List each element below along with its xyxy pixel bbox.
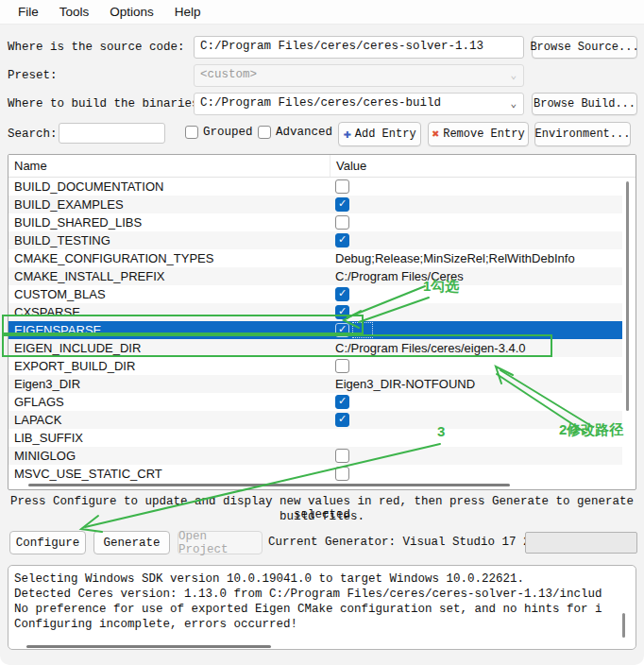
row-value[interactable] bbox=[330, 322, 622, 338]
table-row[interactable]: MSVC_USE_STATIC_CRT bbox=[8, 465, 622, 483]
table-row[interactable]: Eigen3_DIREigen3_DIR-NOTFOUND bbox=[8, 375, 622, 393]
value-checkbox[interactable] bbox=[335, 305, 349, 319]
row-value[interactable] bbox=[330, 197, 622, 212]
menu-bar: File Tools Options Help bbox=[0, 0, 644, 25]
row-value[interactable] bbox=[330, 395, 622, 409]
output-log[interactable]: Selecting Windows SDK version 10.0.19041… bbox=[8, 565, 636, 650]
column-header-name[interactable]: Name bbox=[8, 159, 330, 173]
log-line: Selecting Windows SDK version 10.0.19041… bbox=[8, 571, 636, 587]
row-value[interactable] bbox=[330, 359, 622, 373]
value-checkbox[interactable] bbox=[335, 449, 349, 463]
preset-combobox[interactable]: <custom> ⌄ bbox=[194, 64, 524, 87]
row-name: BUILD_DOCUMENTATION bbox=[8, 179, 330, 194]
table-row[interactable]: BUILD_EXAMPLES bbox=[8, 196, 622, 213]
value-checkbox[interactable] bbox=[335, 233, 349, 247]
table-row[interactable]: MINIGLOG bbox=[8, 447, 622, 465]
log-horizontal-scrollbar[interactable] bbox=[26, 645, 271, 648]
menu-file[interactable]: File bbox=[9, 3, 47, 21]
menu-tools[interactable]: Tools bbox=[51, 3, 98, 21]
browse-build-button[interactable]: Browse Build... bbox=[532, 93, 637, 115]
table-row[interactable]: CMAKE_CONFIGURATION_TYPESDebug;Release;M… bbox=[8, 249, 622, 267]
table-vertical-scrollbar[interactable] bbox=[626, 181, 629, 411]
row-name: CMAKE_CONFIGURATION_TYPES bbox=[8, 251, 330, 265]
log-line: Configuring incomplete, errors occurred! bbox=[8, 617, 636, 632]
table-row[interactable]: GFLAGS bbox=[8, 393, 622, 411]
plus-icon: ✚ bbox=[343, 128, 350, 141]
cmake-gui-window: File Tools Options Help Where is the sou… bbox=[0, 0, 644, 665]
value-checkbox[interactable] bbox=[335, 287, 349, 301]
value-text: Debug;Release;MinSizeRel;RelWithDebInfo bbox=[331, 251, 575, 265]
column-header-value[interactable]: Value bbox=[330, 155, 636, 177]
row-value[interactable]: Eigen3_DIR-NOTFOUND bbox=[330, 377, 622, 391]
log-vertical-scrollbar[interactable] bbox=[622, 613, 625, 638]
menu-options[interactable]: Options bbox=[101, 3, 162, 21]
table-body: BUILD_DOCUMENTATIONBUILD_EXAMPLESBUILD_S… bbox=[8, 178, 636, 483]
row-value[interactable] bbox=[330, 305, 622, 319]
row-name: BUILD_EXAMPLES bbox=[8, 197, 330, 212]
grouped-checkbox[interactable]: Grouped bbox=[185, 126, 253, 139]
chevron-down-icon: ⌄ bbox=[510, 69, 517, 81]
advanced-checkbox[interactable]: Advanced bbox=[258, 126, 332, 139]
row-value[interactable]: Debug;Release;MinSizeRel;RelWithDebInfo bbox=[330, 251, 622, 265]
build-path-combobox[interactable]: C:/Program Files/ceres/ceres-build ⌄ bbox=[194, 93, 524, 115]
row-value[interactable] bbox=[330, 179, 622, 194]
x-icon: ✖ bbox=[432, 128, 439, 141]
row-name: CMAKE_INSTALL_PREFIX bbox=[8, 269, 330, 283]
row-name: EIGEN_INCLUDE_DIR bbox=[8, 341, 330, 355]
row-value[interactable] bbox=[330, 215, 622, 230]
row-value[interactable] bbox=[330, 233, 622, 247]
row-name: LIB_SUFFIX bbox=[8, 431, 330, 445]
table-row[interactable]: CUSTOM_BLAS bbox=[8, 285, 622, 303]
annotation-step3: 3 bbox=[437, 423, 445, 439]
table-row[interactable]: CMAKE_INSTALL_PREFIXC:/Program Files/Cer… bbox=[8, 267, 622, 285]
row-name: MINIGLOG bbox=[8, 449, 330, 463]
table-row[interactable]: EIGEN_INCLUDE_DIRC:/Program Files/ceres/… bbox=[8, 339, 622, 357]
row-value[interactable]: C:/Program Files/Ceres bbox=[330, 269, 622, 283]
configure-hint-line2: build files. bbox=[0, 510, 644, 523]
advanced-label: Advanced bbox=[276, 126, 332, 139]
row-name: BUILD_SHARED_LIBS bbox=[8, 215, 330, 230]
build-path-value: C:/Program Files/ceres/ceres-build bbox=[200, 96, 441, 110]
chevron-down-icon: ⌄ bbox=[510, 97, 517, 110]
generate-button[interactable]: Generate bbox=[93, 531, 170, 554]
value-checkbox[interactable] bbox=[335, 359, 349, 373]
source-code-label: Where is the source code: bbox=[8, 41, 185, 54]
configure-button[interactable]: Configure bbox=[9, 531, 86, 554]
table-row[interactable]: BUILD_SHARED_LIBS bbox=[8, 213, 622, 231]
add-entry-button[interactable]: ✚ Add Entry bbox=[338, 122, 421, 146]
value-checkbox[interactable] bbox=[335, 395, 349, 409]
source-code-input[interactable]: C:/Program Files/ceres/ceres-solver-1.13 bbox=[194, 36, 524, 59]
value-text: C:/Program Files/ceres/eigen-3.4.0 bbox=[331, 341, 526, 355]
table-row[interactable]: EIGENSPARSE bbox=[8, 321, 622, 339]
row-name: EIGENSPARSE bbox=[8, 323, 330, 337]
table-horizontal-scrollbar[interactable] bbox=[28, 484, 510, 486]
value-checkbox[interactable] bbox=[335, 467, 349, 481]
value-checkbox[interactable] bbox=[335, 323, 349, 337]
menu-help[interactable]: Help bbox=[166, 3, 210, 21]
value-checkbox[interactable] bbox=[335, 197, 349, 212]
table-row[interactable]: BUILD_DOCUMENTATION bbox=[8, 178, 622, 196]
annotation-step2: 2修改路径 bbox=[559, 421, 623, 439]
table-row[interactable]: LIB_SUFFIX bbox=[8, 429, 622, 447]
table-row[interactable]: CXSPARSE bbox=[8, 303, 622, 321]
table-row[interactable]: EXPORT_BUILD_DIR bbox=[8, 357, 622, 375]
open-project-button[interactable]: Open Project bbox=[178, 531, 263, 554]
row-value[interactable] bbox=[330, 287, 622, 301]
browse-source-button[interactable]: Browse Source... bbox=[532, 36, 637, 59]
progress-bar bbox=[525, 532, 637, 554]
value-checkbox[interactable] bbox=[335, 215, 349, 230]
row-value[interactable] bbox=[330, 467, 622, 481]
environment-button[interactable]: Environment... bbox=[534, 122, 631, 146]
focus-cell bbox=[352, 322, 373, 338]
value-checkbox[interactable] bbox=[335, 179, 349, 194]
search-input[interactable] bbox=[59, 123, 165, 144]
row-name: EXPORT_BUILD_DIR bbox=[8, 359, 330, 373]
row-value[interactable] bbox=[330, 449, 622, 463]
table-row[interactable]: LAPACK bbox=[8, 411, 622, 429]
table-row[interactable]: BUILD_TESTING bbox=[8, 231, 622, 249]
current-generator-label: Current Generator: Visual Studio 17 2022 bbox=[268, 536, 551, 549]
search-label: Search: bbox=[8, 128, 58, 141]
row-value[interactable]: C:/Program Files/ceres/eigen-3.4.0 bbox=[330, 341, 622, 355]
remove-entry-button[interactable]: ✖ Remove Entry bbox=[428, 122, 529, 146]
value-checkbox[interactable] bbox=[335, 413, 349, 427]
